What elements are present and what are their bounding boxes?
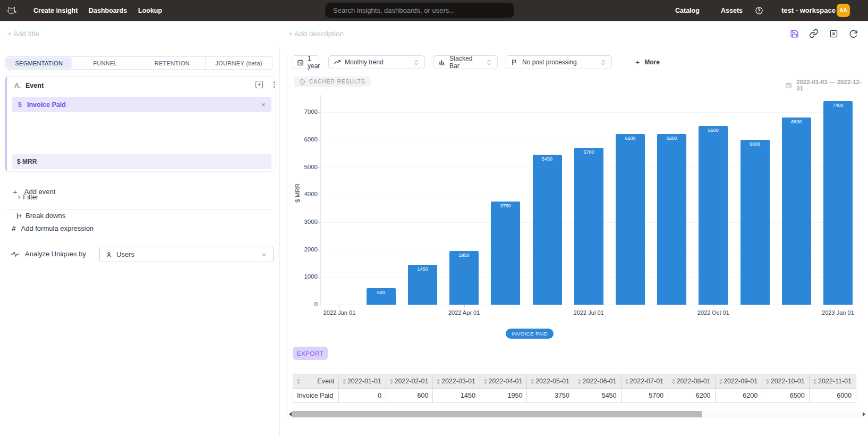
column-header[interactable]: 2022-11-01	[809, 374, 856, 389]
workspace-label[interactable]: test - workspace	[781, 0, 836, 21]
tab-funnel[interactable]: FUNNEL	[73, 57, 138, 69]
add-event-button[interactable]: + Add event	[13, 187, 55, 196]
y-tick-label: 4000	[294, 191, 318, 197]
bar[interactable]: 6800	[782, 118, 811, 305]
x-tick-mark	[589, 305, 589, 307]
close-panel-icon[interactable]	[829, 29, 838, 38]
chevron-updown-icon	[413, 58, 420, 66]
link-icon[interactable]	[809, 29, 819, 38]
y-tick-label: 5000	[294, 164, 318, 170]
breakdown-value-row[interactable]: $ MRR	[12, 154, 271, 169]
column-header[interactable]: 2022-01-01	[339, 374, 386, 389]
column-header[interactable]: 2022-06-01	[574, 374, 621, 389]
bar[interactable]: 5700	[574, 148, 603, 305]
more-button[interactable]: + More	[635, 55, 660, 69]
add-description-field[interactable]: + Add description	[288, 30, 344, 38]
nav-item-create-insight[interactable]: Create insight	[33, 0, 78, 21]
nav-item-dashboards[interactable]: Dashboards	[89, 0, 127, 21]
legend-item[interactable]: INVOICE PAID	[506, 329, 554, 339]
more-dots-icon[interactable]	[270, 80, 278, 89]
table-cell: 6000	[809, 389, 856, 403]
bar[interactable]: 1950	[449, 251, 479, 305]
y-tick-label: 3000	[294, 219, 318, 225]
bar-value-label: 5700	[574, 149, 603, 155]
table-cell: 600	[386, 389, 433, 403]
column-header[interactable]: Event	[293, 374, 339, 389]
breakdown-icon	[16, 212, 22, 220]
sort-icon	[719, 379, 723, 384]
activity-icon	[11, 250, 20, 258]
bar[interactable]: 5450	[533, 155, 562, 305]
table-cell: 1950	[480, 389, 527, 403]
close-icon[interactable]: ×	[261, 101, 266, 108]
bar-value-label: 7400	[823, 103, 853, 108]
tab-retention[interactable]: RETENTION	[139, 57, 206, 69]
sort-icon	[625, 379, 629, 384]
help-icon[interactable]	[755, 6, 763, 15]
more-label: More	[644, 58, 660, 66]
add-event-label: Add event	[24, 188, 56, 196]
export-button[interactable]: EXPORT	[293, 347, 328, 360]
bar-chart-icon	[438, 58, 446, 66]
column-header[interactable]: 2022-03-01	[433, 374, 480, 389]
bar[interactable]: 6200	[657, 134, 686, 305]
bar-value-label: 5450	[533, 156, 562, 162]
column-header[interactable]: 2022-05-01	[527, 374, 574, 389]
cat-logo-icon[interactable]	[6, 5, 17, 16]
x-tick-label: 2023 Jan 01	[809, 309, 867, 316]
header-actions	[789, 29, 858, 38]
nav-item-lookup[interactable]: Lookup	[138, 0, 162, 21]
horizontal-scrollbar[interactable]	[288, 410, 866, 418]
save-icon[interactable]	[789, 29, 799, 38]
bar[interactable]: 6500	[699, 126, 728, 305]
plus-box-icon[interactable]	[255, 80, 263, 89]
column-header[interactable]: 2022-08-01	[668, 374, 716, 389]
results-table-container: Event2022-01-012022-02-012022-03-012022-…	[293, 374, 856, 403]
search-input[interactable]	[325, 3, 514, 18]
tab-segmentation[interactable]: SEGMENTATION	[6, 57, 72, 69]
y-tick-label: 2000	[294, 246, 318, 253]
refresh-icon[interactable]	[848, 29, 858, 38]
bar[interactable]: 3750	[491, 202, 520, 305]
column-header[interactable]: 2022-02-01	[386, 374, 433, 389]
trend-select[interactable]: Monthly trend	[328, 55, 425, 69]
bar[interactable]: 1450	[408, 265, 437, 305]
bar[interactable]: 7400	[823, 101, 853, 305]
chart-type-select[interactable]: Stacked Bar	[433, 55, 498, 69]
column-header[interactable]: 2022-07-01	[621, 374, 668, 389]
x-tick-mark	[464, 305, 465, 307]
sort-icon	[436, 379, 440, 384]
bar[interactable]: 6000	[741, 140, 770, 305]
table-cell: 6500	[762, 389, 810, 403]
table-cell: 6200	[715, 389, 762, 403]
bar[interactable]: 600	[367, 288, 396, 305]
bar[interactable]: 6200	[616, 134, 645, 305]
post-processing-select[interactable]: No post processing	[506, 55, 612, 69]
selected-event-row[interactable]: $ Invoice Paid ×	[12, 97, 271, 112]
breakdowns-label: Break downs	[25, 212, 65, 220]
nav-item-catalog[interactable]: Catalog	[675, 0, 700, 21]
gridline	[320, 112, 856, 113]
analyze-uniques-select[interactable]: Users	[99, 247, 274, 262]
avatar[interactable]: AA	[837, 4, 850, 17]
event-symbol: $	[18, 101, 22, 108]
date-window-button[interactable]: 1 year	[292, 55, 319, 69]
event-card-title: Event	[25, 82, 44, 89]
column-header[interactable]: 2022-09-01	[715, 374, 762, 389]
scroll-left-arrow[interactable]	[289, 412, 292, 416]
plus-icon: +	[635, 58, 640, 66]
bar-value-label: 1950	[449, 253, 479, 258]
tab-journey[interactable]: JOURNEY (beta)	[205, 57, 272, 69]
add-title-field[interactable]: + Add title	[7, 30, 39, 38]
trend-icon	[334, 58, 341, 66]
bar-value-label: 1450	[408, 266, 437, 272]
scrollbar-thumb[interactable]	[292, 411, 702, 417]
table-cell: 6200	[668, 389, 716, 403]
breakdowns-button[interactable]: Break downs	[16, 212, 65, 220]
nav-item-assets[interactable]: Assets	[721, 0, 743, 21]
column-header[interactable]: 2022-10-01	[762, 374, 810, 389]
scroll-right-arrow[interactable]	[863, 412, 865, 416]
column-header[interactable]: 2022-04-01	[480, 374, 527, 389]
add-formula-button[interactable]: # Add formula expression	[12, 224, 93, 232]
x-tick-mark	[838, 305, 838, 307]
